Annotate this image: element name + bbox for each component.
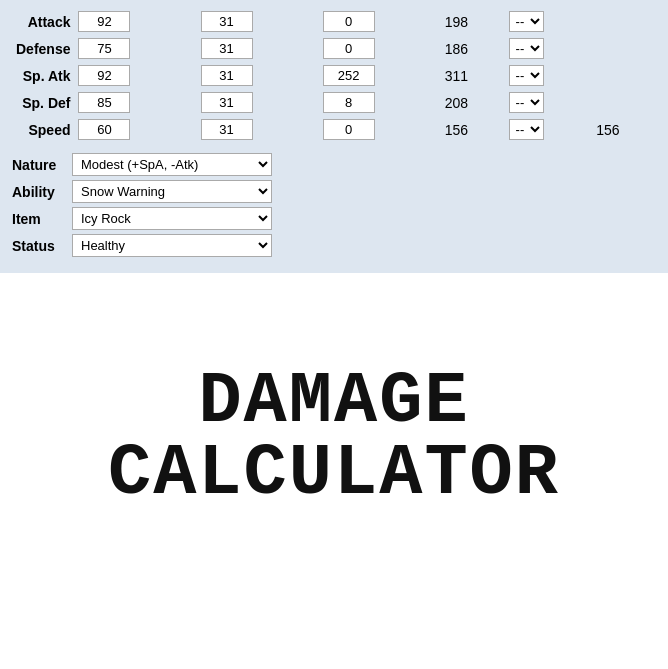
stat-base-cell bbox=[74, 116, 196, 143]
stat-ev-cell bbox=[319, 35, 441, 62]
stat-base-cell bbox=[74, 8, 196, 35]
item-label: Item bbox=[12, 211, 72, 227]
stat-ev-cell bbox=[319, 116, 441, 143]
stat-ev-cell bbox=[319, 89, 441, 116]
bottom-section: DAMAGE CALCULATOR bbox=[0, 273, 668, 602]
stat-nature-cell: -- + - bbox=[505, 89, 593, 116]
stat-iv-cell bbox=[197, 8, 319, 35]
stat-ev-input[interactable] bbox=[323, 38, 375, 59]
stats-table: Attack 198 -- + - Defense bbox=[12, 8, 656, 143]
stat-nature-select[interactable]: -- + - bbox=[509, 11, 544, 32]
stat-nature-cell: -- + - bbox=[505, 35, 593, 62]
stat-label: Speed bbox=[12, 116, 74, 143]
stat-base-cell bbox=[74, 89, 196, 116]
nature-label: Nature bbox=[12, 157, 72, 173]
stat-nature-select[interactable]: -- + - bbox=[509, 92, 544, 113]
stat-total: 156 bbox=[441, 116, 505, 143]
stat-iv-input[interactable] bbox=[201, 65, 253, 86]
stat-row-sp--def: Sp. Def 208 -- + - bbox=[12, 89, 656, 116]
stat-ev-cell bbox=[319, 8, 441, 35]
ability-select[interactable]: Snow WarningCloud NineDroughtDrizzleSand… bbox=[72, 180, 272, 203]
stat-base-cell bbox=[74, 35, 196, 62]
stat-row-sp--atk: Sp. Atk 311 -- + - bbox=[12, 62, 656, 89]
stat-base-input[interactable] bbox=[78, 11, 130, 32]
stat-ev-input[interactable] bbox=[323, 11, 375, 32]
stat-iv-cell bbox=[197, 35, 319, 62]
damage-title-line2: CALCULATOR bbox=[108, 438, 560, 510]
stat-base-cell bbox=[74, 62, 196, 89]
stat-ev-input[interactable] bbox=[323, 92, 375, 113]
stat-label: Sp. Def bbox=[12, 89, 74, 116]
stat-ev-input[interactable] bbox=[323, 119, 375, 140]
stat-base-input[interactable] bbox=[78, 119, 130, 140]
stat-label: Attack bbox=[12, 8, 74, 35]
stat-ev-input[interactable] bbox=[323, 65, 375, 86]
item-select[interactable]: Icy RockNoneChoice BandChoice SpecsChoic… bbox=[72, 207, 272, 230]
stat-total: 208 bbox=[441, 89, 505, 116]
stat-base-input[interactable] bbox=[78, 65, 130, 86]
stat-iv-cell bbox=[197, 89, 319, 116]
stat-label: Sp. Atk bbox=[12, 62, 74, 89]
stat-nature-select[interactable]: -- + - bbox=[509, 38, 544, 59]
stat-nature-cell: -- + - bbox=[505, 62, 593, 89]
stat-iv-cell bbox=[197, 116, 319, 143]
stat-base-input[interactable] bbox=[78, 92, 130, 113]
stat-total: 198 bbox=[441, 8, 505, 35]
attributes-section: Nature --Modest (+SpA, -Atk)Adamant (+At… bbox=[12, 153, 656, 257]
ability-row: Ability Snow WarningCloud NineDroughtDri… bbox=[12, 180, 656, 203]
stat-label: Defense bbox=[12, 35, 74, 62]
stat-iv-input[interactable] bbox=[201, 92, 253, 113]
stat-extra: 156 bbox=[592, 116, 656, 143]
stat-total: 311 bbox=[441, 62, 505, 89]
stat-nature-cell: -- + - bbox=[505, 8, 593, 35]
stat-ev-cell bbox=[319, 62, 441, 89]
status-row: Status HealthyPoisonedBadly PoisonedBurn… bbox=[12, 234, 656, 257]
stat-nature-select[interactable]: -- + - bbox=[509, 65, 544, 86]
damage-title-line1: DAMAGE bbox=[198, 366, 469, 438]
stat-total: 186 bbox=[441, 35, 505, 62]
status-label: Status bbox=[12, 238, 72, 254]
stat-row-defense: Defense 186 -- + - bbox=[12, 35, 656, 62]
stat-iv-input[interactable] bbox=[201, 38, 253, 59]
ability-label: Ability bbox=[12, 184, 72, 200]
stat-iv-input[interactable] bbox=[201, 11, 253, 32]
status-select[interactable]: HealthyPoisonedBadly PoisonedBurnedParal… bbox=[72, 234, 272, 257]
stat-iv-cell bbox=[197, 62, 319, 89]
item-row: Item Icy RockNoneChoice BandChoice Specs… bbox=[12, 207, 656, 230]
stat-iv-input[interactable] bbox=[201, 119, 253, 140]
stat-nature-select[interactable]: -- + - bbox=[509, 119, 544, 140]
nature-select[interactable]: --Modest (+SpA, -Atk)Adamant (+Atk, -SpA… bbox=[72, 153, 272, 176]
stat-row-attack: Attack 198 -- + - bbox=[12, 8, 656, 35]
stat-base-input[interactable] bbox=[78, 38, 130, 59]
nature-row: Nature --Modest (+SpA, -Atk)Adamant (+At… bbox=[12, 153, 656, 176]
stat-row-speed: Speed 156 -- + - 156 bbox=[12, 116, 656, 143]
top-section: Attack 198 -- + - Defense bbox=[0, 0, 668, 273]
stat-nature-cell: -- + - bbox=[505, 116, 593, 143]
